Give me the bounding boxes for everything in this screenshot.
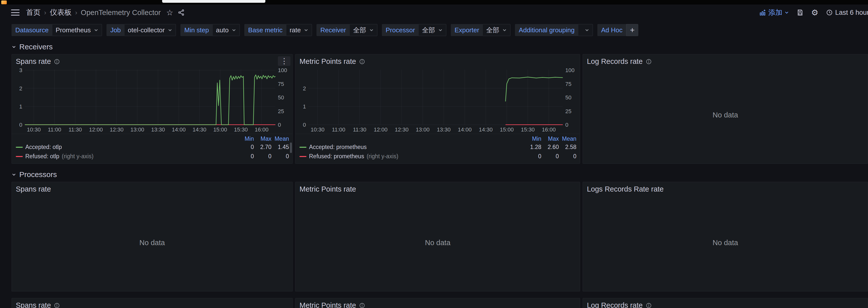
min-step-dropdown[interactable]: auto [213, 24, 240, 36]
share-icon[interactable] [178, 9, 185, 16]
save-dashboard-icon[interactable] [797, 9, 804, 16]
spans-rate-chart[interactable]: 10:3011:0011:3012:0012:3013:0013:3014:00… [13, 67, 291, 134]
variable-job: Job otel-collector [106, 24, 176, 36]
svg-text:14:00: 14:00 [458, 127, 472, 133]
receiver-dropdown[interactable]: 全部 [350, 24, 377, 36]
legend-series-row[interactable]: Refused: otlp (right y-axis) 0 0 0 [16, 152, 289, 161]
chevron-down-icon [94, 28, 98, 33]
row-header-processors[interactable]: Processors [0, 164, 57, 182]
svg-text:12:30: 12:30 [395, 127, 409, 133]
series-swatch [16, 156, 23, 157]
legend-series-row[interactable]: Accepted: prometheus 1.28 2.60 2.58 [300, 142, 576, 152]
legend-col-min[interactable]: Min [236, 135, 254, 142]
no-data-message: No data [583, 194, 868, 291]
panel-menu-icon[interactable]: ⋮ [278, 56, 290, 66]
series-min: 0 [236, 153, 254, 160]
info-icon [646, 59, 652, 65]
series-mean: 0 [559, 153, 576, 160]
variables-row: Datasource Prometheus Job otel-collector… [0, 21, 868, 36]
svg-text:10:30: 10:30 [311, 127, 324, 133]
svg-text:1: 1 [303, 103, 306, 110]
panel-title: Spans rate [16, 301, 51, 308]
legend-col-max[interactable]: Max [254, 135, 271, 142]
variable-label: Processor [382, 24, 419, 36]
menu-icon[interactable] [11, 9, 20, 15]
series-axis-note: (right y-axis) [367, 153, 398, 160]
datasource-dropdown[interactable]: Prometheus [52, 24, 102, 36]
svg-text:100: 100 [565, 67, 575, 73]
panel-title: Metric Points rate [300, 185, 356, 193]
panel-title: Log Records rate [587, 57, 643, 66]
svg-text:0: 0 [565, 122, 568, 128]
panel-bottom-log-records-rate: Log Records rate [583, 298, 868, 308]
series-swatch [16, 147, 23, 148]
panel-header: Metric Points rate [296, 182, 580, 194]
info-icon [359, 59, 365, 65]
legend-col-mean[interactable]: Mean [271, 135, 289, 142]
settings-gear-icon[interactable]: ⚙ [811, 8, 818, 17]
svg-text:14:30: 14:30 [192, 127, 206, 133]
variable-label: Additional grouping [515, 24, 578, 36]
legend-col-max[interactable]: Max [541, 135, 559, 142]
processor-dropdown[interactable]: 全部 [419, 24, 446, 36]
breadcrumb-dashboards[interactable]: 仪表板 [50, 7, 72, 18]
panel-header: Log Records rate [583, 298, 868, 308]
add-panel-button[interactable]: 添加 [759, 8, 789, 17]
panel-processors-logs-records-rate: Logs Records Rate rate No data [583, 182, 868, 292]
variable-value: Prometheus [56, 26, 91, 34]
panel-processors-spans-rate: Spans rate No data [11, 182, 293, 292]
time-range-picker[interactable]: Last 6 hours [826, 9, 868, 16]
legend-col-min[interactable]: Min [524, 135, 541, 142]
variable-label: Base metric [244, 24, 286, 36]
svg-text:14:30: 14:30 [479, 127, 493, 133]
svg-text:10:30: 10:30 [27, 127, 40, 133]
legend-series-row[interactable]: Accepted: otlp 0 2.70 1.45 [16, 142, 289, 152]
star-icon[interactable]: ☆ [166, 8, 173, 17]
panel-header: Spans rate [12, 298, 292, 308]
grafana-dashboard: 首页 › 仪表板 › OpenTelemetry Collector ☆ 添加 … [0, 0, 868, 308]
ad-hoc-add-filter-button[interactable]: + [626, 24, 638, 36]
panel-title: Spans rate [16, 185, 51, 193]
svg-text:15:30: 15:30 [521, 127, 535, 133]
time-range-label: Last 6 hours [835, 9, 868, 16]
additional-grouping-dropdown[interactable] [578, 24, 593, 36]
variable-label: Job [106, 24, 125, 36]
grafana-favicon-icon [1, 0, 7, 4]
exporter-dropdown[interactable]: 全部 [483, 24, 510, 36]
svg-text:15:00: 15:00 [213, 127, 227, 133]
chevron-down-icon [11, 44, 16, 49]
legend-scrollbar[interactable] [290, 142, 292, 153]
variable-value: 全部 [422, 26, 435, 35]
legend-header: Min Max Mean [16, 135, 289, 142]
variable-min-step: Min step auto [180, 24, 240, 36]
info-icon [54, 303, 60, 308]
chevron-down-icon [585, 28, 589, 33]
svg-text:75: 75 [278, 81, 284, 87]
chevron-down-icon [502, 28, 507, 33]
variable-value: 全部 [486, 26, 499, 35]
browser-address-bar[interactable] [162, 0, 266, 3]
svg-text:13:00: 13:00 [130, 127, 144, 133]
svg-text:2: 2 [19, 85, 22, 92]
series-max: 2.70 [254, 144, 271, 150]
variable-value: rate [290, 26, 301, 34]
panel-metric-points-rate: Metric Points rate 10:3011:0011:3012:001… [295, 54, 580, 164]
row-header-receivers[interactable]: Receivers [0, 36, 53, 54]
variable-base-metric: Base metric rate [244, 24, 312, 36]
variable-label: Exporter [451, 24, 483, 36]
metric-points-rate-chart[interactable]: 10:3011:0011:3012:0012:3013:0013:3014:00… [297, 67, 579, 134]
panel-header: Metric Points rate [296, 54, 580, 67]
breadcrumb-home[interactable]: 首页 [26, 7, 40, 18]
legend-series-row[interactable]: Refused: prometheus (right y-axis) 0 0 0 [300, 152, 576, 161]
job-dropdown[interactable]: otel-collector [125, 24, 176, 36]
chevron-down-icon [438, 28, 443, 33]
variable-receiver: Receiver 全部 [316, 24, 377, 36]
base-metric-dropdown[interactable]: rate [286, 24, 312, 36]
breadcrumb: 首页 › 仪表板 › OpenTelemetry Collector [26, 7, 161, 18]
legend: Min Max Mean Accepted: prometheus 1.28 2… [296, 134, 580, 164]
series-swatch [300, 156, 306, 157]
panel-title: Logs Records Rate rate [587, 185, 663, 193]
legend-col-mean[interactable]: Mean [559, 135, 576, 142]
variable-value: 全部 [353, 26, 366, 35]
add-panel-icon [759, 9, 766, 16]
